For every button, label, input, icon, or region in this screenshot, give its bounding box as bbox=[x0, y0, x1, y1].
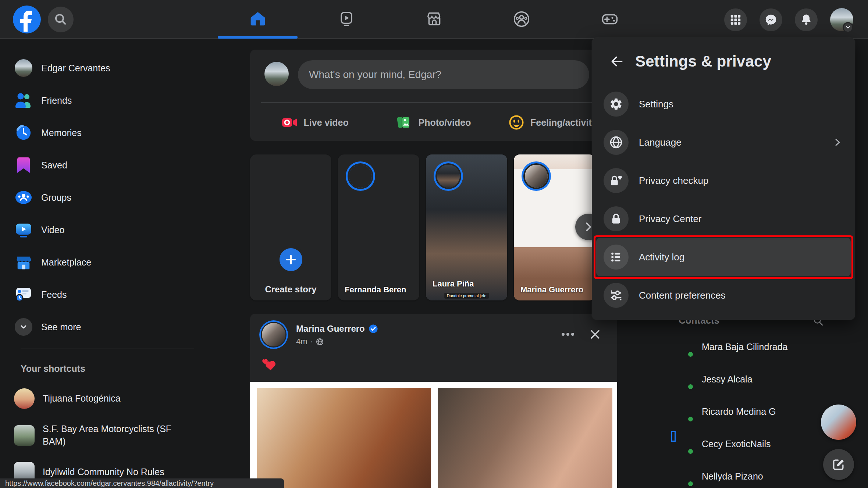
story-card-fernanda[interactable]: Fernanda Beren bbox=[338, 154, 419, 300]
apps-menu-button[interactable] bbox=[724, 8, 747, 31]
settings-gear-icon bbox=[604, 92, 629, 117]
photo-video-icon bbox=[396, 114, 412, 131]
contact-mara[interactable]: Mara Baja Cilindrada bbox=[672, 331, 856, 363]
friends-icon bbox=[14, 91, 33, 110]
feeds-icon bbox=[14, 285, 33, 304]
feeling-activity-icon bbox=[508, 114, 524, 131]
sidebar-divider bbox=[21, 349, 194, 349]
shortcut-sf-bam[interactable]: S.F. Bay Area Motorcyclists (SF BAM) bbox=[14, 415, 242, 456]
composer-avatar[interactable] bbox=[264, 62, 289, 86]
post-author-avatar[interactable] bbox=[262, 323, 285, 346]
shortcut-avatar bbox=[14, 388, 35, 409]
tab-gaming[interactable] bbox=[570, 0, 650, 38]
online-status-dot bbox=[687, 480, 694, 488]
left-sidebar: Edgar Cervantes Friends Memories Saved G… bbox=[6, 52, 241, 343]
tab-groups[interactable] bbox=[481, 0, 561, 38]
apps-grid-icon bbox=[729, 14, 742, 26]
create-story-card[interactable]: Create story bbox=[250, 154, 331, 300]
story-caption: Dandole promo al jefe bbox=[444, 293, 489, 299]
compose-icon bbox=[831, 457, 846, 472]
watch-icon bbox=[338, 10, 355, 28]
facebook-f-icon bbox=[13, 6, 41, 33]
menu-item-settings[interactable]: Settings bbox=[592, 85, 855, 123]
sidebar-item-feeds[interactable]: Feeds bbox=[6, 278, 241, 311]
contact-jessy[interactable]: Jessy Alcala bbox=[672, 363, 856, 395]
link-preview-status-bar: https://www.facebook.com/edgar.cervantes… bbox=[0, 478, 284, 488]
settings-privacy-menu: Settings & privacy Settings Language bbox=[592, 38, 855, 320]
sidebar-item-friends[interactable]: Friends bbox=[6, 84, 241, 117]
search-button[interactable] bbox=[48, 7, 74, 32]
messenger-button[interactable] bbox=[760, 8, 782, 31]
post-author-name[interactable]: Marina Guerrero bbox=[296, 324, 365, 334]
post-meta: 4m · bbox=[296, 337, 324, 346]
active-tab-indicator bbox=[218, 36, 298, 39]
user-avatar bbox=[15, 59, 32, 77]
composer-divider bbox=[261, 102, 606, 103]
feed-post: Marina Guerrero 4m · bbox=[250, 314, 617, 488]
account-menu-chevron[interactable] bbox=[843, 22, 853, 33]
post-close-button[interactable] bbox=[587, 326, 603, 342]
hearts-emoji bbox=[261, 357, 277, 373]
saved-icon bbox=[14, 156, 33, 175]
online-status-dot bbox=[687, 448, 694, 455]
create-story-label: Create story bbox=[250, 284, 331, 295]
story-card-laura[interactable]: Laura Piña Dandole promo al jefe bbox=[426, 154, 507, 300]
online-status-dot bbox=[687, 383, 694, 391]
tab-home[interactable] bbox=[218, 0, 298, 38]
sidebar-item-video[interactable]: Video bbox=[6, 214, 241, 246]
memories-icon bbox=[14, 123, 33, 142]
privacy-checkup-icon bbox=[604, 168, 629, 193]
home-icon bbox=[249, 10, 267, 28]
live-video-icon bbox=[281, 114, 298, 131]
notifications-button[interactable] bbox=[795, 8, 818, 31]
sidebar-item-see-more[interactable]: See more bbox=[6, 311, 241, 343]
new-message-button[interactable] bbox=[823, 449, 854, 480]
language-globe-icon bbox=[604, 130, 629, 155]
sidebar-item-memories[interactable]: Memories bbox=[6, 117, 241, 149]
menu-item-language[interactable]: Language bbox=[592, 123, 855, 161]
facebook-logo[interactable] bbox=[13, 6, 41, 33]
globe-icon bbox=[316, 338, 324, 346]
menu-title: Settings & privacy bbox=[635, 53, 771, 70]
floating-chat-avatar[interactable] bbox=[821, 405, 856, 440]
sidebar-item-groups[interactable]: Groups bbox=[6, 181, 241, 214]
tab-watch[interactable] bbox=[306, 0, 386, 38]
live-video-button[interactable]: Live video bbox=[255, 108, 374, 137]
menu-item-privacy-checkup[interactable]: Privacy checkup bbox=[592, 161, 855, 200]
marketplace-icon bbox=[14, 253, 33, 272]
create-story-photo bbox=[250, 154, 331, 257]
post-composer-card: What's on your mind, Edgar? Live video P… bbox=[250, 50, 617, 141]
chevron-down-icon bbox=[15, 318, 32, 336]
sidebar-item-profile[interactable]: Edgar Cervantes bbox=[6, 52, 241, 84]
gaming-icon bbox=[601, 10, 619, 28]
groups-icon bbox=[512, 10, 531, 28]
post-photo-canvas[interactable] bbox=[250, 382, 617, 488]
search-icon bbox=[54, 13, 68, 26]
status-input[interactable]: What's on your mind, Edgar? bbox=[298, 60, 589, 89]
menu-item-content-preferences[interactable]: Content preferences bbox=[592, 276, 855, 314]
content-preferences-icon bbox=[604, 283, 629, 308]
video-icon bbox=[14, 220, 33, 239]
status-bar-url: https://www.facebook.com/edgar.cervantes… bbox=[5, 479, 214, 488]
post-more-button[interactable] bbox=[559, 328, 577, 341]
sidebar-item-marketplace[interactable]: Marketplace bbox=[6, 246, 241, 278]
groups-icon bbox=[14, 188, 33, 207]
chevron-down-icon bbox=[845, 24, 851, 31]
story-author-avatar bbox=[525, 165, 548, 188]
post-photo-right bbox=[438, 388, 612, 488]
activity-log-icon bbox=[604, 245, 629, 270]
status-input-placeholder: What's on your mind, Edgar? bbox=[309, 69, 441, 81]
menu-item-privacy-center[interactable]: Privacy Center bbox=[592, 200, 855, 238]
online-status-dot bbox=[687, 350, 694, 358]
facebook-page: Edgar Cervantes Friends Memories Saved G… bbox=[0, 0, 868, 488]
create-story-plus-icon bbox=[277, 246, 305, 274]
story-author-avatar bbox=[349, 165, 372, 188]
shortcut-tijuana-fotogenica[interactable]: Tijuana Fotogénica bbox=[14, 388, 242, 409]
more-horizontal-icon bbox=[561, 332, 574, 336]
back-button[interactable] bbox=[606, 51, 627, 72]
sidebar-item-saved[interactable]: Saved bbox=[6, 149, 241, 181]
tab-marketplace[interactable] bbox=[394, 0, 474, 38]
chevron-right-icon bbox=[832, 137, 843, 147]
photo-video-button[interactable]: Photo/video bbox=[374, 108, 493, 137]
menu-item-activity-log[interactable]: Activity log bbox=[596, 238, 851, 276]
